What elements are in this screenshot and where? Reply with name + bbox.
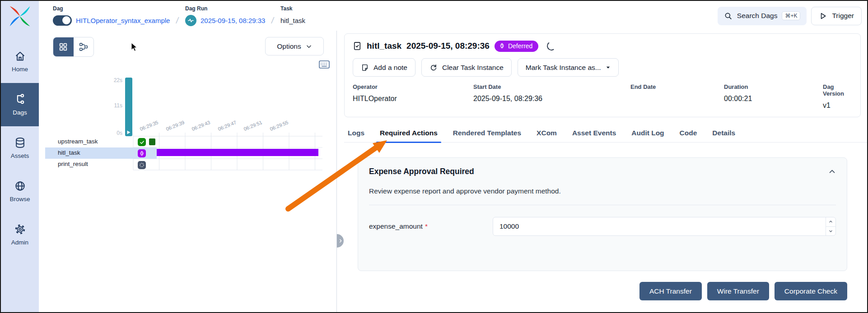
mark-task-instance-as-button[interactable]: Mark Task Instance as... [518,58,619,77]
airflow-app-window: Home Dags Assets [0,0,868,313]
task-state-success-icon[interactable] [138,138,146,146]
breadcrumb-dag-run: Dag Run 2025-09-15, 08:29:33 [185,5,265,26]
caret-down-icon [606,65,611,70]
dag-run-duration-bar[interactable] [125,78,132,136]
time-tick: 06:29:51 [237,120,263,134]
task-name: hitl_task [280,17,305,24]
gantt-task-label[interactable]: print_result [58,161,88,167]
tab-xcom[interactable]: XCom [536,124,558,142]
task-instance-title: hitl_task [367,41,401,51]
step-down-button[interactable] [826,226,835,236]
view-mode-toggle [53,37,94,57]
sidebar-item-label: Assets [11,152,29,159]
card-divider [369,205,836,205]
search-dags-button[interactable]: Search Dags ⌘+K [718,7,807,25]
step-up-button[interactable] [826,217,835,226]
task-label: Task [280,5,305,12]
play-icon [819,12,827,20]
ach-transfer-button[interactable]: ACH Transfer [639,282,702,300]
time-tick: 06:29:47 [211,120,237,134]
tab-audit-log[interactable]: Audit Log [630,124,665,142]
dag-run-link[interactable]: 2025-09-15, 08:29:33 [201,17,265,24]
breadcrumb-separator: / [176,15,180,26]
dag-run-state-icon [185,15,196,26]
sidebar-item-home[interactable]: Home [1,40,39,83]
gantt-bar-upstream-task[interactable] [149,138,155,145]
duration-tick: 0s [100,130,122,136]
task-state-none-icon[interactable] [138,161,146,169]
card-description: Review expense report and approve vendor… [369,187,836,195]
meta-operator: Operator HITLOperator [353,83,473,110]
tab-asset-events[interactable]: Asset Events [571,124,617,142]
required-marker: * [425,222,428,230]
breadcrumb-dag: Dag HITLOperator_syntax_example [53,5,170,26]
options-label: Options [277,42,301,51]
browse-globe-icon [14,180,26,192]
time-tick: 06:29:55 [263,120,289,134]
mouse-cursor [131,43,137,52]
sidebar-item-label: Admin [11,239,28,246]
collapse-chevron-up-icon[interactable] [828,168,836,175]
sidebar-item-assets[interactable]: Assets [1,126,39,170]
note-icon [361,64,369,72]
required-action-buttons: ACH Transfer Wire Transfer Corporate Che… [639,282,847,300]
keyboard-shortcuts-icon[interactable] [318,60,330,69]
meta-dag-version: Dag Version v1 [823,83,852,110]
task-instance-panel: hitl_task 2025-09-15, 08:29:36 Deferred … [337,31,867,312]
dag-pause-toggle[interactable] [53,15,72,26]
tab-details[interactable]: Details [711,124,736,142]
search-shortcut-badge: ⌘+K [782,11,800,20]
expense-amount-input-wrap [493,217,836,236]
breadcrumb: Dag HITLOperator_syntax_example / Dag Ru… [53,5,305,26]
clear-task-instance-button[interactable]: Clear Task Instance [421,58,512,77]
gantt-task-label[interactable]: hitl_task [58,149,80,156]
task-state-deferred-icon[interactable] [138,149,146,157]
task-instance-timestamp: 2025-09-15, 08:29:36 [406,41,490,51]
task-detail-tabs: Logs Required Actions Rendered Templates… [344,124,867,143]
play-marker-icon [127,130,131,134]
chevron-right-icon [338,239,343,243]
dags-icon [14,93,26,106]
wire-transfer-button[interactable]: Wire Transfer [707,282,769,300]
sidebar-item-dags[interactable]: Dags [1,83,39,126]
breadcrumb-separator: / [271,15,275,26]
options-button[interactable]: Options [265,37,324,55]
tab-code[interactable]: Code [679,124,698,142]
time-tick: 06:29:43 [185,120,211,134]
card-title: Expense Approval Required [369,167,474,176]
gantt-bar-hitl-task[interactable] [157,149,318,156]
breadcrumb-task: Task hitl_task [280,5,305,26]
graph-view-icon [79,42,89,52]
grid-view-icon [58,42,68,52]
sidebar-item-admin[interactable]: Admin [1,213,39,256]
assets-icon [14,137,26,149]
sidebar-item-label: Home [12,66,28,73]
task-instance-header: hitl_task 2025-09-15, 08:29:36 Deferred … [344,33,861,117]
home-icon [14,50,26,62]
add-note-button[interactable]: Add a note [353,58,415,77]
time-tick: 06:29:35 [133,120,159,134]
task-metadata: Operator HITLOperator Start Date 2025-09… [353,83,852,110]
tab-logs[interactable]: Logs [347,124,365,142]
airflow-logo[interactable] [7,5,33,28]
required-action-card: Expense Approval Required Review expense… [358,157,847,271]
deferred-watch-icon [499,43,505,49]
meta-duration: Duration 00:00:21 [724,83,823,110]
chevron-down-icon [829,229,833,233]
admin-gear-icon [14,223,26,235]
tab-rendered-templates[interactable]: Rendered Templates [452,124,522,142]
sidebar-item-browse[interactable]: Browse [1,170,39,213]
sidebar-item-label: Dags [13,109,27,116]
grid-view-button[interactable] [53,37,74,56]
gantt-task-label[interactable]: upstream_task [58,138,98,145]
sidebar-item-label: Browse [9,196,30,203]
graph-view-button[interactable] [74,37,94,56]
clear-task-instance-label: Clear Task Instance [442,64,504,72]
corporate-check-button[interactable]: Corporate Check [775,282,847,300]
expense-amount-input[interactable] [493,217,836,236]
dag-name-link[interactable]: HITLOperator_syntax_example [76,17,170,24]
tab-required-actions[interactable]: Required Actions [379,124,439,142]
topbar: Dag HITLOperator_syntax_example / Dag Ru… [39,1,867,31]
sidebar-nav: Home Dags Assets [1,40,39,256]
trigger-button[interactable]: Trigger [811,7,862,25]
